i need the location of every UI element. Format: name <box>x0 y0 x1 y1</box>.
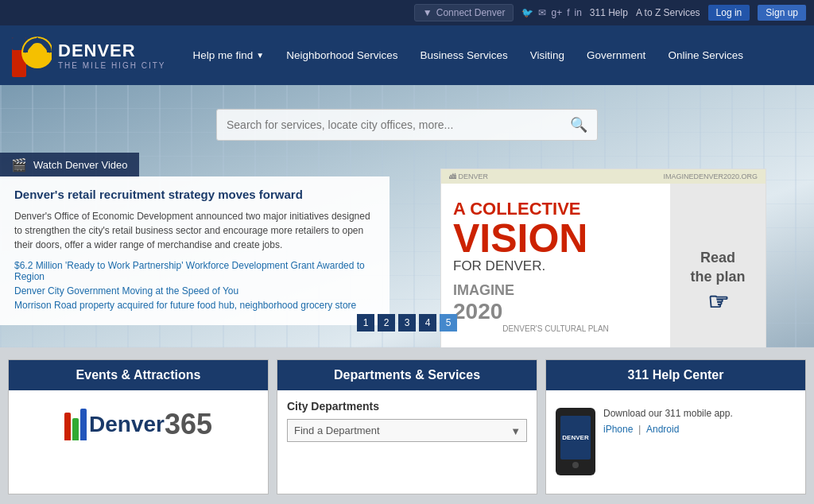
bar-2 <box>72 418 79 440</box>
news-panel: Denver's retail recruitment strategy mov… <box>0 176 390 325</box>
news-body: Denver's Office of Economic Development … <box>14 209 375 252</box>
download-description: Download our 311 mobile app. <box>603 408 733 419</box>
app-links: iPhone | Android <box>603 423 733 435</box>
watch-video-label: Watch Denver Video <box>33 159 128 171</box>
vision-imagine-text: IMAGINE <box>453 282 514 298</box>
email-icon[interactable]: ✉ <box>538 7 546 18</box>
carousel-dot-5[interactable]: 5 <box>440 314 457 331</box>
vision-vision-text: VISION <box>453 219 658 258</box>
search-bar: 🔍 <box>216 109 598 141</box>
connect-denver-label: Connect Denver <box>436 7 506 18</box>
bar-chart-icon <box>64 409 87 440</box>
311-help-link[interactable]: 311 Help <box>590 7 628 18</box>
vision-card-inner: A COLLECTIVE VISION FOR DENVER. IMAGINE … <box>441 184 766 347</box>
connect-denver-button[interactable]: ▼ Connect Denver <box>414 4 514 21</box>
departments-card: Departments & Services City Departments … <box>277 359 537 494</box>
bottom-cards: Events & Attractions Denver 365 Departme… <box>0 347 814 504</box>
vision-plan-sub: DENVER'S CULTURAL PLAN <box>453 324 658 333</box>
visiting-link[interactable]: Visiting <box>519 25 576 85</box>
denver-365-logo: Denver 365 <box>64 408 212 441</box>
carousel-dot-2[interactable]: 2 <box>378 314 395 331</box>
news-headline: Denver's retail recruitment strategy mov… <box>14 188 375 201</box>
city-name: DENVER <box>58 41 165 61</box>
hero-section: 🔍 🎬 Watch Denver Video Denver's retail r… <box>0 85 814 347</box>
help-me-find-link[interactable]: Help me find ▼ <box>181 25 275 85</box>
main-nav: Help me find ▼ Neighborhood Services Bus… <box>181 25 802 85</box>
googleplus-icon[interactable]: g+ <box>551 7 562 18</box>
departments-card-header: Departments & Services <box>277 360 537 390</box>
search-input[interactable] <box>227 118 570 131</box>
login-button[interactable]: Log in <box>708 5 750 21</box>
social-icons: 🐦 ✉ g+ f in <box>521 7 581 18</box>
denver-label: Denver <box>89 412 165 437</box>
video-icon: 🎬 <box>11 157 27 173</box>
department-select-wrapper: Find a Department ▼ <box>287 419 527 442</box>
logo-text: DENVER THE MILE HIGH CITY <box>58 41 165 70</box>
neighborhood-services-link[interactable]: Neighborhood Services <box>275 25 409 85</box>
news-link-1[interactable]: $6.2 Million 'Ready to Work Partnership'… <box>14 260 375 282</box>
nav-bar: DENVER THE MILE HIGH CITY Help me find ▼… <box>0 25 814 85</box>
search-icon: 🔍 <box>570 116 587 134</box>
city-tagline: THE MILE HIGH CITY <box>58 61 165 70</box>
online-services-link[interactable]: Online Services <box>657 25 754 85</box>
facebook-icon[interactable]: f <box>567 7 569 18</box>
business-services-link[interactable]: Business Services <box>409 25 519 85</box>
government-link[interactable]: Government <box>576 25 657 85</box>
vision-for-text: FOR DENVER. <box>453 258 658 274</box>
the-plan-text: the plan <box>690 268 745 286</box>
department-select[interactable]: Find a Department <box>287 419 527 442</box>
vision-content: A COLLECTIVE VISION FOR DENVER. IMAGINE … <box>441 184 670 347</box>
dropdown-arrow: ▼ <box>423 7 432 18</box>
watch-video-bar[interactable]: 🎬 Watch Denver Video <box>0 153 139 177</box>
carousel-dot-4[interactable]: 4 <box>419 314 436 331</box>
signup-button[interactable]: Sign up <box>758 5 806 21</box>
news-link-2[interactable]: Denver City Government Moving at the Spe… <box>14 285 375 297</box>
help311-card-header: 311 Help Center <box>546 360 805 390</box>
help311-card: 311 Help Center DENVER Download our 311 … <box>545 359 806 494</box>
bar-3 <box>80 409 87 440</box>
departments-card-body: City Departments Find a Department ▼ <box>277 390 537 452</box>
carousel-dots: 1 2 3 4 5 <box>357 314 457 331</box>
pipe-separator: | <box>638 423 644 435</box>
linkedin-icon[interactable]: in <box>575 7 582 18</box>
vision-card-header: 🏙 DENVER IMAGINEDENVER2020.ORG <box>441 169 766 184</box>
events-card: Events & Attractions Denver 365 <box>8 359 269 494</box>
events-card-body: Denver 365 <box>9 390 268 451</box>
phone-mockup: DENVER <box>556 408 595 475</box>
logo[interactable]: DENVER THE MILE HIGH CITY <box>12 33 165 77</box>
city-depts-label: City Departments <box>287 400 527 413</box>
atoz-link[interactable]: A to Z Services <box>636 7 700 18</box>
read-text: Read <box>700 249 735 267</box>
bar-1 <box>64 413 71 440</box>
carousel-dot-3[interactable]: 3 <box>398 314 416 331</box>
news-link-3[interactable]: Morrison Road property acquired for futu… <box>14 300 375 311</box>
carousel-dot-1[interactable]: 1 <box>357 314 374 331</box>
top-bar: ▼ Connect Denver 🐦 ✉ g+ f in 311 Help A … <box>0 0 814 25</box>
365-number: 365 <box>165 408 212 441</box>
phone-screen-text: DENVER <box>562 434 588 441</box>
phone-screen: DENVER <box>560 416 591 459</box>
events-card-header: Events & Attractions <box>9 360 268 390</box>
vision-year-text: 2020 <box>453 299 658 324</box>
denver-logo-small: 🏙 DENVER <box>449 173 488 180</box>
read-the-plan[interactable]: Read the plan ☞ <box>670 184 766 347</box>
help-text: Download our 311 mobile app. iPhone | An… <box>603 408 733 435</box>
twitter-icon[interactable]: 🐦 <box>521 7 533 18</box>
imagine-url: IMAGINEDENVER2020.ORG <box>663 173 758 180</box>
vision-card: 🏙 DENVER IMAGINEDENVER2020.ORG A COLLECT… <box>440 169 766 347</box>
help-me-arrow: ▼ <box>256 51 264 60</box>
help311-card-body: DENVER Download our 311 mobile app. iPho… <box>546 390 805 493</box>
vision-imagine-area: IMAGINE 2020 DENVER'S CULTURAL PLAN <box>453 282 658 333</box>
events-logo: Denver 365 <box>18 408 258 441</box>
phone-home-button <box>572 462 579 468</box>
plan-arrow-icon: ☞ <box>707 286 729 317</box>
android-link[interactable]: Android <box>646 424 679 435</box>
denver-logo-icon <box>12 33 52 77</box>
iphone-link[interactable]: iPhone <box>603 424 633 435</box>
help311-content: DENVER Download our 311 mobile app. iPho… <box>556 400 796 483</box>
news-links: $6.2 Million 'Ready to Work Partnership'… <box>14 260 375 311</box>
